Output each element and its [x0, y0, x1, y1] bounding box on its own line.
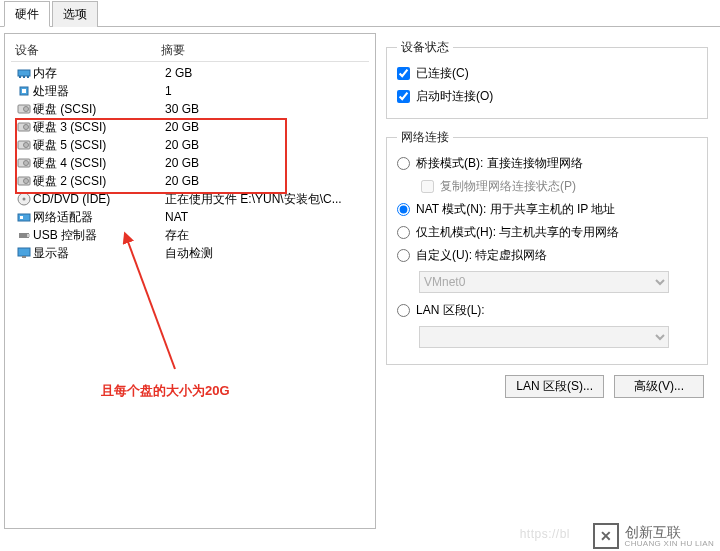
device-row[interactable]: USB 控制器存在: [11, 226, 369, 244]
device-summary: 1: [165, 82, 369, 100]
device-name: 处理器: [33, 82, 165, 100]
watermark-sub: CHUANG XIN HU LIAN: [625, 539, 714, 548]
connected-label: 已连接(C): [416, 65, 469, 82]
lanseg-radio[interactable]: [397, 304, 410, 317]
device-row[interactable]: CD/DVD (IDE)正在使用文件 E:\YUN\安装包\C...: [11, 190, 369, 208]
device-list-panel: 设备 摘要 内存2 GB处理器1硬盘 (SCSI)30 GB硬盘 3 (SCSI…: [4, 33, 376, 529]
device-status-legend: 设备状态: [397, 39, 453, 56]
connect-poweron-checkbox-row[interactable]: 启动时连接(O): [397, 85, 697, 108]
device-name: 硬盘 3 (SCSI): [33, 118, 165, 136]
device-row[interactable]: 内存2 GB: [11, 64, 369, 82]
svg-rect-1: [19, 76, 21, 78]
device-row[interactable]: 硬盘 5 (SCSI)20 GB: [11, 136, 369, 154]
lan-segments-button[interactable]: LAN 区段(S)...: [505, 375, 604, 398]
connected-checkbox[interactable]: [397, 67, 410, 80]
device-summary: 存在: [165, 226, 369, 244]
nat-radio-row[interactable]: NAT 模式(N): 用于共享主机的 IP 地址: [397, 198, 697, 221]
device-summary: NAT: [165, 208, 369, 226]
device-row[interactable]: 显示器自动检测: [11, 244, 369, 262]
custom-label: 自定义(U): 特定虚拟网络: [416, 247, 547, 264]
device-name: USB 控制器: [33, 226, 165, 244]
device-row[interactable]: 硬盘 4 (SCSI)20 GB: [11, 154, 369, 172]
svg-point-17: [23, 198, 26, 201]
network-connection-group: 网络连接 桥接模式(B): 直接连接物理网络 复制物理网络连接状态(P) NAT…: [386, 129, 708, 365]
watermark-logo: ✕: [593, 523, 619, 549]
svg-rect-21: [27, 234, 30, 237]
device-summary: 正在使用文件 E:\YUN\安装包\C...: [165, 190, 369, 208]
watermark-brand: 创新互联: [625, 525, 714, 539]
svg-point-11: [24, 143, 29, 148]
device-summary: 20 GB: [165, 154, 369, 172]
hdd-icon: [15, 174, 33, 188]
memory-icon: [15, 66, 33, 80]
lanseg-label: LAN 区段(L):: [416, 302, 485, 319]
replicate-checkbox: [421, 180, 434, 193]
cpu-icon: [15, 84, 33, 98]
tab-hardware[interactable]: 硬件: [4, 1, 50, 27]
tabs-bar: 硬件 选项: [0, 0, 720, 27]
svg-rect-0: [18, 70, 30, 76]
nat-label: NAT 模式(N): 用于共享主机的 IP 地址: [416, 201, 615, 218]
svg-rect-2: [23, 76, 25, 78]
device-summary: 2 GB: [165, 64, 369, 82]
device-row[interactable]: 网络适配器NAT: [11, 208, 369, 226]
lanseg-select: [419, 326, 669, 348]
device-name: 内存: [33, 64, 165, 82]
usb-icon: [15, 228, 33, 242]
lanseg-radio-row[interactable]: LAN 区段(L):: [397, 299, 697, 322]
connected-checkbox-row[interactable]: 已连接(C): [397, 62, 697, 85]
device-summary: 自动检测: [165, 244, 369, 262]
device-summary: 30 GB: [165, 100, 369, 118]
hdd-icon: [15, 138, 33, 152]
net-icon: [15, 210, 33, 224]
hdd-icon: [15, 102, 33, 116]
header-device: 设备: [11, 42, 161, 59]
hostonly-radio-row[interactable]: 仅主机模式(H): 与主机共享的专用网络: [397, 221, 697, 244]
hostonly-radio[interactable]: [397, 226, 410, 239]
device-row[interactable]: 硬盘 3 (SCSI)20 GB: [11, 118, 369, 136]
device-status-group: 设备状态 已连接(C) 启动时连接(O): [386, 39, 708, 119]
custom-radio-row[interactable]: 自定义(U): 特定虚拟网络: [397, 244, 697, 267]
device-summary: 20 GB: [165, 136, 369, 154]
bridge-label: 桥接模式(B): 直接连接物理网络: [416, 155, 583, 172]
vmnet-select: VMnet0: [419, 271, 669, 293]
connect-poweron-checkbox[interactable]: [397, 90, 410, 103]
hostonly-label: 仅主机模式(H): 与主机共享的专用网络: [416, 224, 619, 241]
device-name: 硬盘 (SCSI): [33, 100, 165, 118]
device-name: 网络适配器: [33, 208, 165, 226]
device-row[interactable]: 处理器1: [11, 82, 369, 100]
bridge-radio-row[interactable]: 桥接模式(B): 直接连接物理网络: [397, 152, 697, 175]
hdd-icon: [15, 156, 33, 170]
svg-rect-18: [18, 214, 30, 221]
settings-panel: 设备状态 已连接(C) 启动时连接(O) 网络连接 桥接模式(B): 直接连接物…: [376, 33, 716, 529]
bridge-radio[interactable]: [397, 157, 410, 170]
header-summary: 摘要: [161, 42, 369, 59]
network-connection-legend: 网络连接: [397, 129, 453, 146]
svg-rect-22: [18, 248, 30, 256]
hdd-icon: [15, 120, 33, 134]
device-name: CD/DVD (IDE): [33, 190, 165, 208]
svg-point-9: [24, 125, 29, 130]
replicate-label: 复制物理网络连接状态(P): [440, 178, 576, 195]
svg-point-13: [24, 161, 29, 166]
nat-radio[interactable]: [397, 203, 410, 216]
tab-options[interactable]: 选项: [52, 1, 98, 27]
device-summary: 20 GB: [165, 118, 369, 136]
custom-radio[interactable]: [397, 249, 410, 262]
svg-rect-19: [20, 216, 23, 219]
svg-point-15: [24, 179, 29, 184]
svg-point-7: [24, 107, 29, 112]
device-summary: 20 GB: [165, 172, 369, 190]
annotation-text: 且每个盘的大小为20G: [101, 382, 230, 400]
device-name: 显示器: [33, 244, 165, 262]
device-list-header: 设备 摘要: [11, 42, 369, 62]
advanced-button[interactable]: 高级(V)...: [614, 375, 704, 398]
svg-rect-5: [22, 89, 26, 93]
device-row[interactable]: 硬盘 2 (SCSI)20 GB: [11, 172, 369, 190]
display-icon: [15, 246, 33, 260]
svg-rect-23: [22, 256, 26, 258]
button-row: LAN 区段(S)... 高级(V)...: [386, 375, 708, 398]
device-row[interactable]: 硬盘 (SCSI)30 GB: [11, 100, 369, 118]
watermark-faint: https://bl: [520, 527, 570, 541]
replicate-checkbox-row: 复制物理网络连接状态(P): [421, 175, 697, 198]
